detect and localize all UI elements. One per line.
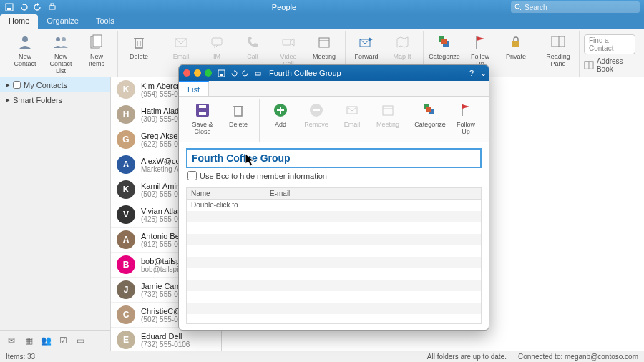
group-name-input[interactable] [186,148,482,168]
svg-rect-34 [199,105,206,108]
avatar: B [117,255,135,274]
bcc-checkbox[interactable] [187,171,197,180]
tab-tools[interactable]: Tools [87,14,123,29]
ribbon-tabs: Home Organize Tools [0,14,644,29]
contact-name: Eduard Dell [141,332,215,341]
delete-button[interactable]: Delete [122,31,155,77]
chevron-down-icon[interactable]: ⌄ [477,69,489,78]
avatar: A [117,155,135,174]
modal-categorize-button[interactable]: Categorize [414,99,447,142]
svg-rect-18 [319,38,329,47]
nav-bottom-icons: ✉ ▦ 👥 ☑ ▭ [0,330,110,351]
svg-rect-25 [552,36,565,47]
address-book-button[interactable]: Address Book [584,57,635,73]
contact-phone: (732) 555-0106 [141,341,215,348]
avatar: G [117,130,135,149]
new-contact-button[interactable]: NewContact [9,31,42,77]
svg-rect-16 [212,38,222,45]
modal-tab-list[interactable]: List [179,81,209,96]
avatar: C [117,305,135,324]
avatar: K [117,180,135,199]
private-button[interactable]: Private [499,31,532,77]
notes-icon[interactable]: ▭ [74,335,86,346]
svg-rect-17 [283,39,291,45]
svg-point-8 [62,37,66,41]
member-table-header: Name E-mail [186,187,482,200]
modal-delete-button[interactable]: Delete [222,99,255,142]
titlebar: People Search [0,0,644,14]
modal-meeting-button: Meeting [371,99,404,142]
svg-point-6 [22,36,28,42]
modal-print-icon[interactable] [254,69,262,77]
svg-rect-3 [51,4,54,6]
table-hint: Double-click to [191,201,238,209]
svg-rect-1 [7,8,11,10]
search-box[interactable]: Search [511,1,640,13]
avatar: H [117,105,135,124]
nav-my-contacts[interactable]: ▸ My Contacts [0,77,110,92]
status-connected: Connected to: meganb@contoso.com [518,353,638,361]
modal-ribbon: Save &Close Delete Add Remove Email Meet… [179,97,489,142]
minimize-icon[interactable] [194,69,201,77]
status-items: Items: 33 [6,353,35,361]
svg-rect-30 [220,74,223,76]
help-icon[interactable]: ? [466,69,477,77]
avatar: J [117,280,135,299]
svg-rect-11 [135,39,142,48]
tab-home[interactable]: Home [0,14,38,29]
modal-undo-icon[interactable] [230,69,238,77]
modal-follow-up-button[interactable]: FollowUp [449,99,482,142]
svg-line-5 [519,9,522,11]
search-placeholder: Search [525,4,547,11]
remove-member-button: Remove [300,99,333,142]
undo-icon[interactable] [19,2,29,12]
svg-point-7 [56,37,60,41]
modal-email-button: Email [336,99,369,142]
modal-titlebar[interactable]: Fourth Coffee Group ? ⌄ [179,65,489,81]
avatar: A [117,230,135,249]
status-bar: Items: 33 All folders are up to date. Co… [0,351,644,362]
people-icon[interactable]: 👥 [40,335,52,346]
status-folders: All folders are up to date. [427,353,507,361]
left-nav: ▸ My Contacts ▸ Smart Folders ✉ ▦ 👥 ☑ ▭ [0,77,111,351]
svg-rect-47 [426,107,431,112]
svg-rect-31 [255,72,260,75]
add-member-button[interactable]: Add [264,99,297,142]
bcc-checkbox-row[interactable]: Use Bcc to hide member information [186,168,482,183]
zoom-icon[interactable] [205,69,212,77]
svg-rect-43 [383,106,393,115]
contact-row[interactable]: EEduard Dell(732) 555-0106 [111,328,221,351]
save-close-button[interactable]: Save &Close [186,99,219,142]
group-editor-window: Fourth Coffee Group ? ⌄ List Save &Close… [178,64,489,331]
svg-rect-24 [512,41,519,47]
save-icon[interactable] [4,2,14,12]
avatar: K [117,80,135,99]
new-contact-list-button[interactable]: NewContact List [44,31,77,77]
modal-title: Fourth Coffee Group [269,69,466,77]
modal-save-icon[interactable] [218,69,225,77]
tasks-icon[interactable]: ☑ [57,335,69,346]
mail-icon[interactable]: ✉ [6,335,17,346]
new-items-button[interactable]: NewItems [80,31,113,77]
svg-rect-33 [199,112,206,115]
member-table[interactable]: Double-click to [186,200,482,324]
svg-rect-23 [441,39,447,44]
tab-organize[interactable]: Organize [38,14,87,29]
reading-pane-button[interactable]: ReadingPane [542,31,575,77]
svg-point-4 [515,4,519,9]
col-name[interactable]: Name [187,188,265,199]
nav-smart-folders[interactable]: ▸ Smart Folders [0,92,110,107]
col-email[interactable]: E-mail [265,188,294,199]
svg-rect-10 [93,35,102,47]
print-icon[interactable] [47,2,57,12]
redo-icon[interactable] [33,2,43,12]
svg-rect-2 [49,6,55,9]
nav-checkbox[interactable] [13,81,21,89]
close-icon[interactable] [183,69,190,77]
avatar: E [117,331,135,349]
find-contact-input[interactable]: Find a Contact [584,34,635,54]
calendar-icon[interactable]: ▦ [23,335,34,346]
app-title: People [57,3,511,11]
search-icon [514,4,522,11]
modal-redo-icon[interactable] [242,69,250,77]
